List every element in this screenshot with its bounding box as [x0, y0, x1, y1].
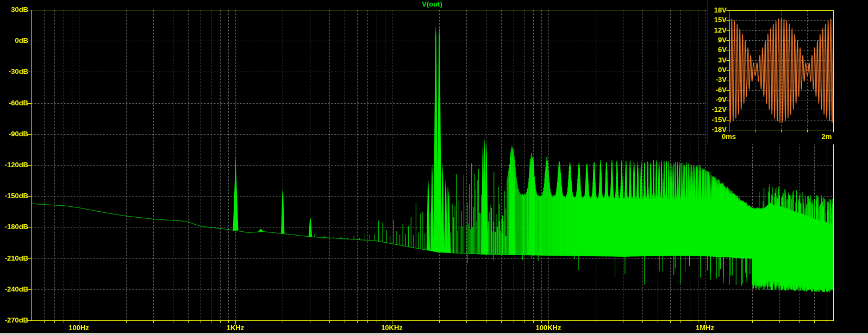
fft-plot-canvas[interactable]: [0, 0, 868, 335]
y-tick-label: -120dB: [0, 161, 28, 169]
window-bottom-edge: [0, 333, 868, 335]
inset-y-tick-label: -6V: [704, 86, 727, 94]
x-tick-label: 1MHz: [683, 324, 727, 332]
inset-x-end-label: 2m: [810, 132, 843, 141]
x-tick-label: 10KHz: [370, 324, 414, 332]
y-tick-label: -60dB: [0, 99, 28, 108]
y-tick-label: 0dB: [0, 36, 28, 45]
x-tick-label: 100Hz: [57, 324, 101, 332]
inset-x-start-label: 0ms: [713, 132, 745, 141]
y-tick-label: -210dB: [0, 254, 28, 263]
inset-y-tick-label: 0V: [704, 66, 727, 74]
y-tick-label: -30dB: [0, 67, 28, 76]
y-tick-label: -150dB: [0, 192, 28, 200]
x-tick-label: 1KHz: [214, 324, 257, 332]
inset-y-tick-label: 15V: [704, 16, 727, 24]
x-tick-label: 100KHz: [527, 324, 570, 332]
inset-y-tick-label: 18V: [704, 6, 727, 15]
inset-y-tick-label: 6V: [704, 46, 727, 54]
inset-y-tick-label: -12V: [704, 105, 727, 114]
inset-y-tick-label: -9V: [704, 96, 727, 104]
y-tick-label: -90dB: [0, 130, 28, 138]
y-tick-label: -240dB: [0, 285, 28, 294]
trace-title-vout[interactable]: V(out): [378, 0, 486, 9]
inset-y-tick-label: 3V: [704, 56, 727, 65]
inset-y-tick-label: -15V: [704, 116, 727, 124]
ltspice-waveform-viewer-window: V(out) 30dB0dB-30dB-60dB-90dB-120dB-150d…: [0, 0, 868, 335]
y-tick-label: 30dB: [0, 5, 28, 14]
inset-y-tick-label: 12V: [704, 26, 727, 35]
inset-y-tick-label: 9V: [704, 36, 727, 45]
y-tick-label: -180dB: [0, 223, 28, 231]
y-tick-label: -270dB: [0, 316, 28, 325]
inset-y-tick-label: -3V: [704, 75, 727, 84]
